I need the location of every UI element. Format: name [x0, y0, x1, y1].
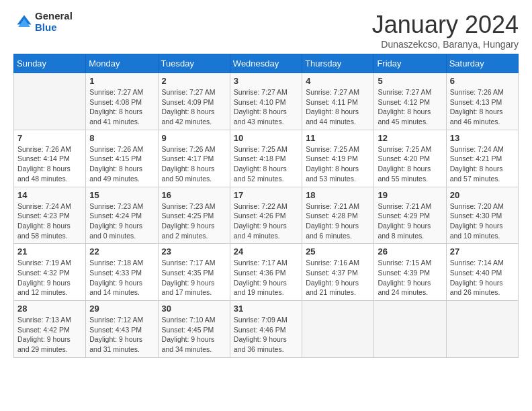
- day-number: 2: [162, 76, 226, 86]
- calendar-week-row: 14Sunrise: 7:24 AMSunset: 4:23 PMDayligh…: [14, 187, 519, 244]
- header-sunday: Sunday: [14, 54, 86, 73]
- calendar-cell: 6Sunrise: 7:26 AMSunset: 4:13 PMDaylight…: [446, 73, 518, 130]
- logo-blue: Blue: [35, 22, 73, 34]
- calendar-cell: 21Sunrise: 7:19 AMSunset: 4:32 PMDayligh…: [14, 244, 86, 301]
- calendar-cell: 25Sunrise: 7:16 AMSunset: 4:37 PMDayligh…: [302, 244, 374, 301]
- day-number: 17: [234, 190, 298, 200]
- header-tuesday: Tuesday: [158, 54, 230, 73]
- logo-general: General: [35, 11, 73, 22]
- day-number: 12: [378, 133, 442, 143]
- calendar-cell: 29Sunrise: 7:12 AMSunset: 4:43 PMDayligh…: [86, 301, 158, 358]
- day-info: Sunrise: 7:24 AMSunset: 4:21 PMDaylight:…: [450, 144, 515, 184]
- calendar-cell: [446, 301, 518, 358]
- calendar-cell: 22Sunrise: 7:18 AMSunset: 4:33 PMDayligh…: [86, 244, 158, 301]
- calendar-cell: 11Sunrise: 7:25 AMSunset: 4:19 PMDayligh…: [302, 130, 374, 187]
- day-info: Sunrise: 7:15 AMSunset: 4:39 PMDaylight:…: [378, 258, 442, 298]
- header-thursday: Thursday: [302, 54, 374, 73]
- day-number: 7: [17, 133, 82, 143]
- day-info: Sunrise: 7:23 AMSunset: 4:25 PMDaylight:…: [162, 201, 226, 241]
- calendar-header-row: SundayMondayTuesdayWednesdayThursdayFrid…: [14, 54, 519, 73]
- header-friday: Friday: [374, 54, 446, 73]
- calendar-cell: 5Sunrise: 7:27 AMSunset: 4:12 PMDaylight…: [374, 73, 446, 130]
- calendar-cell: 17Sunrise: 7:22 AMSunset: 4:26 PMDayligh…: [230, 187, 302, 244]
- calendar-week-row: 1Sunrise: 7:27 AMSunset: 4:08 PMDaylight…: [14, 73, 519, 130]
- calendar-cell: 4Sunrise: 7:27 AMSunset: 4:11 PMDaylight…: [302, 73, 374, 130]
- day-number: 19: [378, 190, 442, 200]
- calendar-cell: 28Sunrise: 7:13 AMSunset: 4:42 PMDayligh…: [14, 301, 86, 358]
- calendar-week-row: 21Sunrise: 7:19 AMSunset: 4:32 PMDayligh…: [14, 244, 519, 301]
- calendar-table: SundayMondayTuesdayWednesdayThursdayFrid…: [13, 54, 519, 358]
- logo-icon: [15, 13, 34, 32]
- day-info: Sunrise: 7:21 AMSunset: 4:28 PMDaylight:…: [306, 201, 370, 241]
- day-info: Sunrise: 7:27 AMSunset: 4:09 PMDaylight:…: [162, 87, 226, 127]
- day-number: 29: [89, 304, 154, 314]
- day-info: Sunrise: 7:26 AMSunset: 4:14 PMDaylight:…: [17, 144, 82, 184]
- day-number: 6: [450, 76, 515, 86]
- calendar-cell: 31Sunrise: 7:09 AMSunset: 4:46 PMDayligh…: [230, 301, 302, 358]
- day-info: Sunrise: 7:21 AMSunset: 4:29 PMDaylight:…: [378, 201, 442, 241]
- calendar-cell: 19Sunrise: 7:21 AMSunset: 4:29 PMDayligh…: [374, 187, 446, 244]
- day-info: Sunrise: 7:14 AMSunset: 4:40 PMDaylight:…: [450, 258, 515, 298]
- page-header: General Blue January 2024 Dunaszekcso, B…: [13, 11, 519, 50]
- day-number: 16: [162, 190, 226, 200]
- day-number: 4: [306, 76, 370, 86]
- day-info: Sunrise: 7:25 AMSunset: 4:20 PMDaylight:…: [378, 144, 442, 184]
- day-info: Sunrise: 7:12 AMSunset: 4:43 PMDaylight:…: [89, 315, 154, 355]
- header-wednesday: Wednesday: [230, 54, 302, 73]
- header-saturday: Saturday: [446, 54, 518, 73]
- day-number: 20: [450, 190, 515, 200]
- day-number: 5: [378, 76, 442, 86]
- day-info: Sunrise: 7:17 AMSunset: 4:36 PMDaylight:…: [234, 258, 298, 298]
- calendar-cell: 27Sunrise: 7:14 AMSunset: 4:40 PMDayligh…: [446, 244, 518, 301]
- month-title: January 2024: [372, 11, 519, 39]
- header-monday: Monday: [86, 54, 158, 73]
- calendar-cell: 30Sunrise: 7:10 AMSunset: 4:45 PMDayligh…: [158, 301, 230, 358]
- calendar-cell: 3Sunrise: 7:27 AMSunset: 4:10 PMDaylight…: [230, 73, 302, 130]
- calendar-cell: 15Sunrise: 7:23 AMSunset: 4:24 PMDayligh…: [86, 187, 158, 244]
- calendar-cell: 20Sunrise: 7:20 AMSunset: 4:30 PMDayligh…: [446, 187, 518, 244]
- logo: General Blue: [13, 11, 73, 33]
- day-info: Sunrise: 7:13 AMSunset: 4:42 PMDaylight:…: [17, 315, 82, 355]
- day-info: Sunrise: 7:25 AMSunset: 4:18 PMDaylight:…: [234, 144, 298, 184]
- day-number: 21: [17, 246, 82, 257]
- day-info: Sunrise: 7:26 AMSunset: 4:13 PMDaylight:…: [450, 87, 515, 127]
- day-number: 8: [89, 133, 154, 143]
- calendar-week-row: 7Sunrise: 7:26 AMSunset: 4:14 PMDaylight…: [14, 130, 519, 187]
- day-info: Sunrise: 7:24 AMSunset: 4:23 PMDaylight:…: [17, 201, 82, 241]
- day-number: 9: [162, 133, 226, 143]
- day-info: Sunrise: 7:17 AMSunset: 4:35 PMDaylight:…: [162, 258, 226, 298]
- calendar-cell: 10Sunrise: 7:25 AMSunset: 4:18 PMDayligh…: [230, 130, 302, 187]
- day-number: 10: [234, 133, 298, 143]
- calendar-cell: 9Sunrise: 7:26 AMSunset: 4:17 PMDaylight…: [158, 130, 230, 187]
- day-info: Sunrise: 7:26 AMSunset: 4:15 PMDaylight:…: [89, 144, 154, 184]
- calendar-cell: 23Sunrise: 7:17 AMSunset: 4:35 PMDayligh…: [158, 244, 230, 301]
- day-number: 1: [89, 76, 154, 86]
- calendar-cell: 1Sunrise: 7:27 AMSunset: 4:08 PMDaylight…: [86, 73, 158, 130]
- day-number: 28: [17, 304, 82, 314]
- day-number: 15: [89, 190, 154, 200]
- location-subtitle: Dunaszekcso, Baranya, Hungary: [372, 39, 519, 50]
- calendar-cell: 14Sunrise: 7:24 AMSunset: 4:23 PMDayligh…: [14, 187, 86, 244]
- day-info: Sunrise: 7:23 AMSunset: 4:24 PMDaylight:…: [89, 201, 154, 241]
- day-info: Sunrise: 7:27 AMSunset: 4:10 PMDaylight:…: [234, 87, 298, 127]
- title-block: January 2024 Dunaszekcso, Baranya, Hunga…: [372, 11, 519, 50]
- calendar-cell: [302, 301, 374, 358]
- day-info: Sunrise: 7:26 AMSunset: 4:17 PMDaylight:…: [162, 144, 226, 184]
- day-info: Sunrise: 7:10 AMSunset: 4:45 PMDaylight:…: [162, 315, 226, 355]
- day-number: 11: [306, 133, 370, 143]
- day-number: 30: [162, 304, 226, 314]
- day-info: Sunrise: 7:20 AMSunset: 4:30 PMDaylight:…: [450, 201, 515, 241]
- day-info: Sunrise: 7:09 AMSunset: 4:46 PMDaylight:…: [234, 315, 298, 355]
- day-number: 25: [306, 246, 370, 257]
- calendar-week-row: 28Sunrise: 7:13 AMSunset: 4:42 PMDayligh…: [14, 301, 519, 358]
- calendar-cell: 26Sunrise: 7:15 AMSunset: 4:39 PMDayligh…: [374, 244, 446, 301]
- day-info: Sunrise: 7:16 AMSunset: 4:37 PMDaylight:…: [306, 258, 370, 298]
- calendar-cell: 8Sunrise: 7:26 AMSunset: 4:15 PMDaylight…: [86, 130, 158, 187]
- day-number: 13: [450, 133, 515, 143]
- day-info: Sunrise: 7:18 AMSunset: 4:33 PMDaylight:…: [89, 258, 154, 298]
- calendar-cell: 24Sunrise: 7:17 AMSunset: 4:36 PMDayligh…: [230, 244, 302, 301]
- day-number: 24: [234, 246, 298, 257]
- calendar-cell: [14, 73, 86, 130]
- logo-text: General Blue: [35, 11, 73, 33]
- day-info: Sunrise: 7:25 AMSunset: 4:19 PMDaylight:…: [306, 144, 370, 184]
